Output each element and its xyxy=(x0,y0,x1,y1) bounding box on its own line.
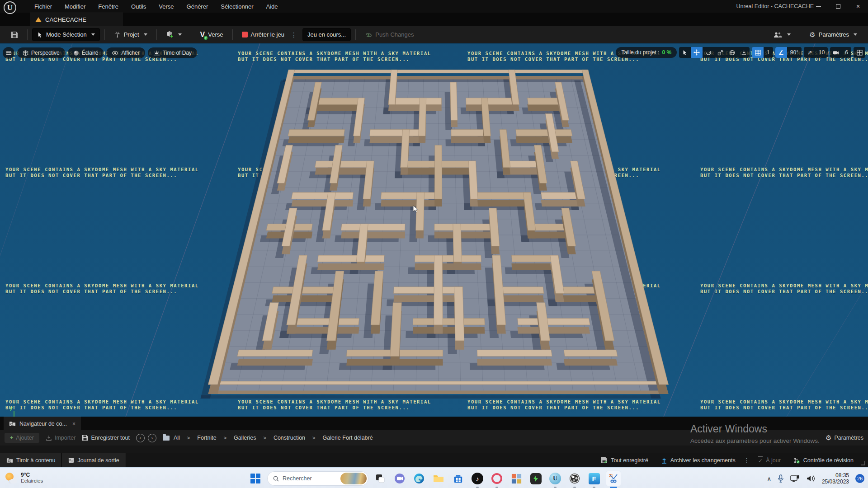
search-box[interactable]: Rechercher xyxy=(267,471,368,486)
opera-icon[interactable] xyxy=(489,471,505,486)
verse-button[interactable]: V✓ Verse xyxy=(196,28,228,42)
rotation-snap-value[interactable]: 90° xyxy=(787,47,802,58)
lightning-app-icon[interactable] xyxy=(528,471,543,486)
game-running-button[interactable]: Jeu en cours... xyxy=(302,28,351,41)
clock-widget[interactable]: 08:35 25/03/2023 xyxy=(822,472,849,485)
viewport-menu-button[interactable] xyxy=(3,47,14,59)
save-button[interactable] xyxy=(6,28,23,41)
select-tool-button[interactable] xyxy=(679,47,691,58)
menu-aide[interactable]: Aide xyxy=(260,1,284,12)
breadcrumb-separator: > xyxy=(224,435,226,441)
camera-speed-value[interactable]: 6 xyxy=(842,47,851,58)
menu-selectionner[interactable]: Sélectionner xyxy=(214,1,259,12)
import-button[interactable]: Importer xyxy=(46,435,76,441)
cursor-icon xyxy=(37,32,43,38)
menu-fenetre[interactable]: Fenêtre xyxy=(92,1,125,12)
lit-mode-dropdown[interactable]: Éclairé xyxy=(68,47,104,58)
edge-browser-icon[interactable] xyxy=(411,471,427,486)
forward-button[interactable]: › xyxy=(148,434,156,442)
angle-icon: ∠ xyxy=(778,49,784,56)
notification-badge[interactable]: 26 xyxy=(855,474,864,483)
revision-options-menu[interactable]: ⋮ xyxy=(742,457,752,464)
play-options-menu[interactable]: ⋮ xyxy=(289,31,299,38)
content-browser-tab[interactable]: Navigateur de co... × xyxy=(4,417,81,430)
task-view-icon[interactable] xyxy=(373,471,388,486)
add-button[interactable]: + Ajouter xyxy=(5,433,39,443)
show-dropdown[interactable]: Afficher xyxy=(106,47,145,58)
revision-control-button[interactable]: Contrôle de révision xyxy=(787,453,860,467)
network-icon[interactable] xyxy=(790,475,800,483)
checkin-changes-button[interactable]: Archiver les changements xyxy=(655,453,742,467)
world-space-toggle[interactable] xyxy=(726,47,738,58)
fortnite-icon[interactable]: F xyxy=(586,471,602,486)
folder-icon xyxy=(163,436,170,441)
snipping-tool-icon[interactable] xyxy=(606,471,621,486)
save-all-button[interactable]: Enregistrer tout xyxy=(82,435,129,441)
file-explorer-icon[interactable] xyxy=(431,471,446,486)
weather-widget[interactable]: 9°C Eclaircies xyxy=(5,472,43,484)
tiktok-icon[interactable]: ♪ xyxy=(470,471,485,486)
minimize-button[interactable] xyxy=(808,0,828,13)
start-button[interactable] xyxy=(248,471,263,486)
unreal-logo-icon[interactable]: U xyxy=(4,1,16,14)
obs-icon[interactable] xyxy=(567,471,582,486)
menu-verse[interactable]: Verse xyxy=(152,1,180,12)
mode-select-dropdown[interactable]: Mode Sélection xyxy=(32,28,100,41)
menu-outils[interactable]: Outils xyxy=(125,1,152,12)
microphone-icon[interactable] xyxy=(778,474,784,483)
content-drawer-button[interactable]: Tiroir à contenu xyxy=(0,453,62,467)
add-content-dropdown[interactable] xyxy=(161,28,186,41)
rotation-snap-toggle[interactable]: ∠ xyxy=(775,47,787,58)
perspective-dropdown[interactable]: Perspective xyxy=(17,47,65,58)
push-changes-icon xyxy=(365,31,372,38)
scale-snap-toggle[interactable]: ↗ xyxy=(804,47,816,58)
scale-icon xyxy=(717,50,723,56)
breadcrumb-current[interactable]: Galerie Fort délabré xyxy=(323,435,373,441)
all-saved-indicator[interactable]: Tout enregistré xyxy=(594,453,655,467)
camera-speed-button[interactable] xyxy=(830,47,842,58)
stop-label: Arrêter le jeu xyxy=(251,31,284,38)
menu-generer[interactable]: Générer xyxy=(180,1,215,12)
unreal-engine-icon[interactable]: U xyxy=(547,471,563,486)
menu-modifier[interactable]: Modifier xyxy=(58,1,92,12)
add-label: Ajouter xyxy=(16,435,34,441)
tab-cachecache[interactable]: CACHECACHE xyxy=(30,13,123,26)
scale-snap-value[interactable]: 10 xyxy=(816,47,828,58)
project-dropdown[interactable]: Projet xyxy=(109,28,152,41)
photos-app-icon[interactable] xyxy=(509,471,524,486)
translate-tool-button[interactable] xyxy=(691,47,703,58)
close-tab-icon[interactable]: × xyxy=(72,421,75,427)
menu-fichier[interactable]: Fichier xyxy=(28,1,58,12)
grid-snap-value[interactable]: 1 xyxy=(764,47,773,58)
breadcrumb-fortnite[interactable]: Fortnite xyxy=(197,435,216,441)
project-size-indicator[interactable]: Taille du projet : 0 % xyxy=(616,47,677,58)
time-of-day-button[interactable]: Time of Day xyxy=(148,47,197,58)
breadcrumb-construction[interactable]: Construction xyxy=(274,435,305,441)
3d-viewport[interactable]: YOUR SCENE CONTAINS A SKYDOME MESH WITH … xyxy=(0,43,868,417)
volume-icon[interactable] xyxy=(807,475,816,482)
stop-game-button[interactable]: Arrêter le jeu xyxy=(237,28,289,41)
scale-tool-button[interactable] xyxy=(714,47,726,58)
save-all-icon xyxy=(82,435,88,441)
settings-dropdown[interactable]: ⚙ Paramètres xyxy=(805,28,862,42)
breadcrumb-separator: > xyxy=(187,435,190,441)
save-all-label: Enregistrer tout xyxy=(91,435,129,441)
cb-settings-button[interactable]: ⚙ Paramètres xyxy=(826,434,863,442)
close-button[interactable]: × xyxy=(848,0,868,13)
resize-grip[interactable] xyxy=(861,461,865,465)
surface-snap-toggle[interactable] xyxy=(738,47,750,58)
teams-chat-icon[interactable] xyxy=(392,471,407,486)
tray-chevron-up-icon[interactable]: ∧ xyxy=(767,475,771,482)
rotate-tool-button[interactable] xyxy=(703,47,714,58)
search-highlight-thumbnail[interactable] xyxy=(340,473,367,484)
back-button[interactable]: ‹ xyxy=(136,434,145,442)
microsoft-store-icon[interactable] xyxy=(450,471,466,486)
camera-icon xyxy=(833,50,839,55)
maximize-button[interactable] xyxy=(828,0,848,13)
grid-snap-toggle[interactable] xyxy=(752,47,764,58)
breadcrumb-all[interactable]: All xyxy=(174,435,180,441)
collaborators-dropdown[interactable] xyxy=(769,29,795,41)
output-log-button[interactable]: Journal de sortie xyxy=(62,453,126,467)
maximize-viewport-button[interactable] xyxy=(854,47,865,58)
breadcrumb-galleries[interactable]: Galleries xyxy=(234,435,256,441)
